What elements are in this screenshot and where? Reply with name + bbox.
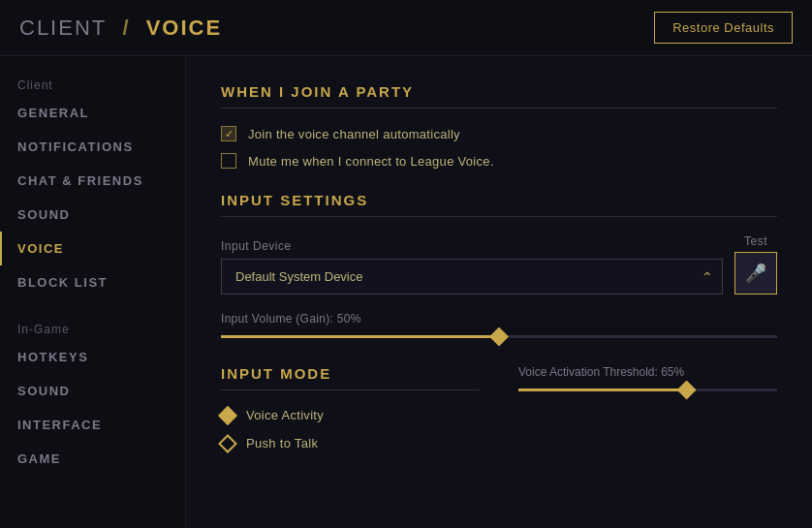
threshold-label: Voice Activation Threshold: 65% xyxy=(518,365,777,379)
mute-checkbox[interactable] xyxy=(221,153,236,169)
sidebar-item-sound-ig[interactable]: SOUND xyxy=(0,374,185,408)
ingame-section-label: In-Game xyxy=(0,315,185,340)
threshold-slider-thumb[interactable] xyxy=(677,381,697,400)
volume-slider-thumb[interactable] xyxy=(489,327,509,347)
volume-row: Input Volume (Gain): 50% xyxy=(221,312,777,338)
mute-label: Mute me when I connect to League Voice. xyxy=(248,154,494,169)
sidebar-item-interface[interactable]: INTERFACE xyxy=(0,408,185,442)
sidebar-item-general[interactable]: GENERAL xyxy=(0,96,185,130)
volume-slider-track[interactable] xyxy=(221,335,777,338)
join-auto-checkbox-row[interactable]: ✓ Join the voice channel automatically xyxy=(221,126,777,141)
input-device-group: Input Device Default System Device ⌃ xyxy=(221,239,723,295)
restore-defaults-button[interactable]: Restore Defaults xyxy=(654,12,793,44)
test-label: Test xyxy=(744,234,767,248)
sidebar-item-sound[interactable]: SOUND xyxy=(0,198,185,232)
mute-checkbox-row[interactable]: Mute me when I connect to League Voice. xyxy=(221,153,777,169)
party-section-title: WHEN I JOIN A PARTY xyxy=(221,83,777,109)
client-label: CLIENT xyxy=(19,16,107,40)
input-device-label: Input Device xyxy=(221,239,723,253)
input-settings-title: INPUT SETTINGS xyxy=(221,192,777,217)
join-auto-checkbox[interactable]: ✓ xyxy=(221,126,236,141)
client-section-label: Client xyxy=(0,71,185,96)
voice-activity-radio[interactable] xyxy=(218,406,237,425)
threshold-slider-track[interactable] xyxy=(518,388,777,391)
sidebar-item-chat-friends[interactable]: CHAT & FRIENDS xyxy=(0,164,185,198)
device-select-wrapper: Default System Device ⌃ xyxy=(221,259,723,295)
input-mode-left: INPUT MODE Voice Activity Push to Talk xyxy=(221,365,480,464)
input-mode-right: Voice Activation Threshold: 65% xyxy=(518,365,777,464)
voice-label: VOICE xyxy=(146,16,222,40)
page-title: CLIENT / VOICE xyxy=(19,16,222,41)
join-auto-label: Join the voice channel automatically xyxy=(248,127,460,141)
sidebar-item-block-list[interactable]: BLOCK LIST xyxy=(0,265,185,299)
sidebar-item-voice[interactable]: VOICE xyxy=(0,232,185,265)
push-to-talk-label: Push to Talk xyxy=(246,436,318,450)
voice-activity-label: Voice Activity xyxy=(246,408,324,422)
voice-activity-radio-row[interactable]: Voice Activity xyxy=(221,408,480,422)
sidebar-item-hotkeys[interactable]: HOTKEYS xyxy=(0,340,185,374)
test-microphone-button[interactable]: 🎤 xyxy=(734,252,777,295)
microphone-icon: 🎤 xyxy=(745,263,766,284)
header: CLIENT / VOICE Restore Defaults xyxy=(0,0,812,56)
checkmark-icon: ✓ xyxy=(225,128,234,140)
content-area: WHEN I JOIN A PARTY ✓ Join the voice cha… xyxy=(186,56,812,528)
input-settings-section: INPUT SETTINGS Input Device Default Syst… xyxy=(221,192,777,338)
device-select[interactable]: Default System Device xyxy=(221,259,723,295)
test-group: Test 🎤 xyxy=(734,234,777,295)
sidebar-item-notifications[interactable]: NOTIFICATIONS xyxy=(0,130,185,164)
push-to-talk-radio-row[interactable]: Push to Talk xyxy=(221,436,480,450)
input-mode-section: INPUT MODE Voice Activity Push to Talk V… xyxy=(221,365,777,464)
volume-slider-fill xyxy=(221,335,499,338)
input-mode-title: INPUT MODE xyxy=(221,365,480,390)
separator: / xyxy=(122,16,130,40)
input-device-row: Input Device Default System Device ⌃ Tes… xyxy=(221,234,777,295)
sidebar: Client GENERAL NOTIFICATIONS CHAT & FRIE… xyxy=(0,56,186,528)
volume-label: Input Volume (Gain): 50% xyxy=(221,312,777,326)
main-layout: Client GENERAL NOTIFICATIONS CHAT & FRIE… xyxy=(0,56,812,528)
sidebar-item-game[interactable]: GAME xyxy=(0,442,185,476)
threshold-slider-fill xyxy=(518,388,687,391)
push-to-talk-radio[interactable] xyxy=(218,434,237,453)
